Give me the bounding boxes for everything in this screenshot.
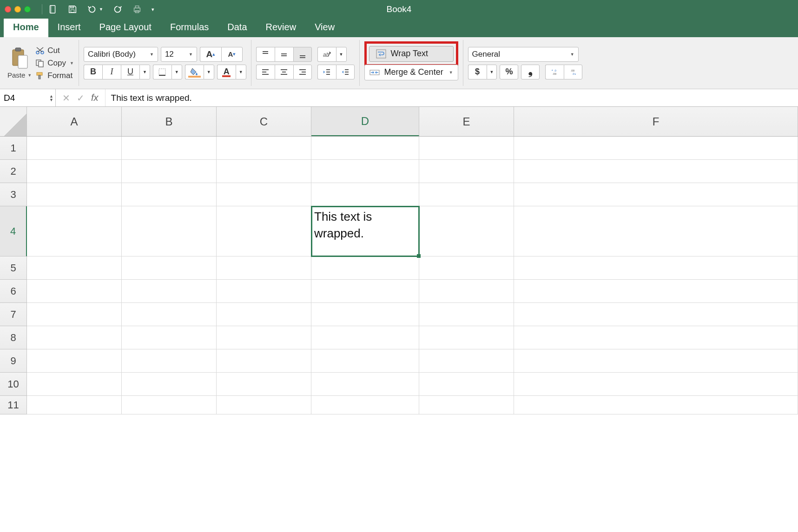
minimize-window-icon[interactable] (14, 6, 21, 13)
qat-customize-icon[interactable]: ▾ (152, 7, 154, 13)
align-right-button[interactable] (293, 65, 312, 79)
fullscreen-window-icon[interactable] (24, 6, 31, 13)
copy-button[interactable]: Copy▼ (35, 59, 74, 68)
borders-button[interactable] (153, 65, 171, 79)
cell-a7[interactable] (27, 303, 122, 326)
cell-f5[interactable] (514, 256, 798, 280)
cell-d11[interactable] (311, 396, 419, 414)
name-box[interactable]: D4 ▲▼ (0, 89, 56, 106)
cell-d4[interactable]: This text is wrapped. (311, 206, 419, 256)
align-bottom-button[interactable] (293, 47, 312, 62)
row-header-6[interactable]: 6 (0, 280, 27, 303)
cell-b9[interactable] (122, 349, 217, 373)
cell-a9[interactable] (27, 349, 122, 373)
save-icon[interactable] (67, 4, 78, 14)
tab-data[interactable]: Data (218, 18, 256, 37)
print-icon[interactable] (132, 4, 142, 14)
cell-c11[interactable] (217, 396, 311, 414)
column-header-b[interactable]: B (122, 107, 217, 136)
align-center-button[interactable] (275, 65, 293, 79)
cell-c5[interactable] (217, 256, 311, 280)
cell-b7[interactable] (122, 303, 217, 326)
cell-b4[interactable] (122, 206, 217, 256)
cell-b10[interactable] (122, 373, 217, 396)
decrease-indent-button[interactable] (317, 65, 336, 79)
cell-b6[interactable] (122, 280, 217, 303)
cell-f7[interactable] (514, 303, 798, 326)
cell-b8[interactable] (122, 326, 217, 349)
font-color-dropdown[interactable]: ▼ (236, 65, 246, 79)
underline-dropdown[interactable]: ▼ (139, 65, 150, 79)
cell-e8[interactable] (419, 326, 514, 349)
orientation-dropdown[interactable]: ▼ (336, 47, 347, 62)
cell-a6[interactable] (27, 280, 122, 303)
align-left-button[interactable] (256, 65, 275, 79)
cell-f6[interactable] (514, 280, 798, 303)
decrease-decimal-button[interactable]: .00.0 (564, 65, 582, 79)
column-header-c[interactable]: C (217, 107, 311, 136)
cell-d1[interactable] (311, 137, 419, 160)
increase-indent-button[interactable] (336, 65, 355, 79)
align-middle-button[interactable] (275, 47, 293, 62)
borders-dropdown[interactable]: ▼ (171, 65, 182, 79)
cell-e11[interactable] (419, 396, 514, 414)
row-header-4[interactable]: 4 (0, 206, 27, 256)
currency-button[interactable]: $ (468, 65, 487, 79)
cell-c3[interactable] (217, 183, 311, 206)
name-box-spinner[interactable]: ▲▼ (49, 94, 53, 102)
cell-a11[interactable] (27, 396, 122, 414)
align-top-button[interactable] (256, 47, 275, 62)
cell-f4[interactable] (514, 206, 798, 256)
cell-d9[interactable] (311, 349, 419, 373)
cell-c10[interactable] (217, 373, 311, 396)
tab-review[interactable]: Review (257, 18, 306, 37)
cell-e4[interactable] (419, 206, 514, 256)
cell-d8[interactable] (311, 326, 419, 349)
cell-e6[interactable] (419, 280, 514, 303)
undo-icon[interactable]: ▼ (87, 4, 103, 14)
cell-a4[interactable] (27, 206, 122, 256)
row-header-8[interactable]: 8 (0, 326, 27, 349)
row-header-10[interactable]: 10 (0, 373, 27, 396)
cell-c2[interactable] (217, 160, 311, 183)
row-header-1[interactable]: 1 (0, 137, 27, 160)
column-header-d[interactable]: D (311, 107, 419, 136)
cell-e10[interactable] (419, 373, 514, 396)
formula-input[interactable]: This text is wrapped. (106, 93, 798, 103)
cancel-formula-icon[interactable]: ✕ (62, 92, 70, 104)
enter-formula-icon[interactable]: ✓ (77, 92, 85, 104)
cell-d2[interactable] (311, 160, 419, 183)
cut-button[interactable]: Cut (35, 46, 74, 55)
cell-a2[interactable] (27, 160, 122, 183)
redo-icon[interactable] (112, 4, 123, 14)
cell-d10[interactable] (311, 373, 419, 396)
cell-b5[interactable] (122, 256, 217, 280)
increase-decimal-button[interactable]: .0.00 (545, 65, 564, 79)
cell-e2[interactable] (419, 160, 514, 183)
bold-button[interactable]: B (84, 65, 102, 79)
tab-view[interactable]: View (305, 18, 344, 37)
cell-e9[interactable] (419, 349, 514, 373)
italic-button[interactable]: I (102, 65, 121, 79)
select-all-button[interactable] (0, 107, 27, 136)
row-header-7[interactable]: 7 (0, 303, 27, 326)
cell-e7[interactable] (419, 303, 514, 326)
currency-dropdown[interactable]: ▼ (487, 65, 497, 79)
tab-page-layout[interactable]: Page Layout (90, 18, 161, 37)
cell-c1[interactable] (217, 137, 311, 160)
format-painter-button[interactable]: Format (35, 71, 74, 80)
cell-f8[interactable] (514, 326, 798, 349)
orientation-button[interactable]: ab (317, 47, 336, 62)
cell-c9[interactable] (217, 349, 311, 373)
number-format-combo[interactable]: General▼ (468, 47, 579, 62)
cell-f1[interactable] (514, 137, 798, 160)
tab-formulas[interactable]: Formulas (161, 18, 218, 37)
cell-b1[interactable] (122, 137, 217, 160)
decrease-font-button[interactable]: A▾ (221, 47, 243, 62)
column-header-f[interactable]: F (514, 107, 798, 136)
cell-a1[interactable] (27, 137, 122, 160)
cell-d5[interactable] (311, 256, 419, 280)
tab-home[interactable]: Home (4, 18, 48, 37)
fill-color-button[interactable] (185, 65, 204, 79)
cell-f11[interactable] (514, 396, 798, 414)
